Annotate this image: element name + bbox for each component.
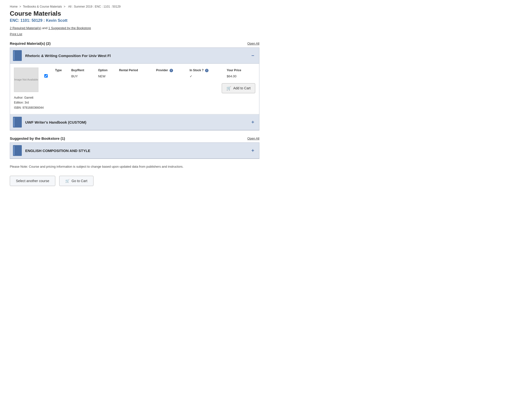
book-3-section: ENGLISH COMPOSITION AND STYLE + [10, 143, 259, 159]
suggested-materials-link[interactable]: 1 Suggested by the Bookstore [48, 26, 91, 30]
book-1-author: Author: Garrett [14, 95, 255, 100]
breadcrumb-sep2: > [64, 5, 65, 8]
book-1-isbn: ISBN: 9781680366044 [14, 105, 255, 110]
book-1-header[interactable]: Rhetoric & Writing Composition For Univ … [10, 48, 259, 64]
required-materials-link[interactable]: 2 Required Material(s) [10, 26, 41, 30]
provider-info-icon[interactable]: i [170, 69, 173, 72]
book-2-toggle: + [249, 119, 256, 125]
book-1-buy-rent: BUY [70, 73, 97, 79]
bottom-buttons: Select another course 🛒 Go to Cart [10, 176, 259, 186]
required-books-container: Rhetoric & Writing Composition For Univ … [10, 47, 259, 130]
col-provider: Provider i [155, 68, 189, 73]
note-text: Please Note: Course and pricing informat… [10, 165, 259, 168]
book-1-title: Rhetoric & Writing Composition For Univ … [25, 54, 247, 58]
book-3-title: ENGLISH COMPOSITION AND STYLE [25, 149, 247, 153]
book-1-icon [13, 50, 22, 61]
book-1-in-stock: ✓ [189, 73, 226, 79]
col-type: Type [54, 68, 70, 73]
and-text: and [42, 26, 48, 30]
breadcrumb-textbooks-link[interactable]: Textbooks & Course Materials [23, 5, 62, 8]
suggested-section-header: Suggested by the Bookstore (1) Open All [10, 136, 259, 140]
book-1-checkbox-cell [43, 73, 54, 79]
book-1-meta: Author: Garrett Edition: 3rd ISBN: 97816… [14, 95, 255, 110]
required-open-all-link[interactable]: Open All [247, 42, 259, 45]
book-1-info: Type Buy/Rent Option Rental Period Provi… [43, 68, 255, 93]
book-1-price: $64.00 [226, 73, 255, 79]
go-to-cart-label: Go to Cart [71, 179, 87, 183]
table-row: BUY NEW ✓ $64.00 [43, 73, 255, 79]
book-2-section: UWF Writer's Handbook (CUSTOM) + [10, 114, 259, 130]
book-1-checkbox[interactable] [44, 74, 48, 78]
book-1-image-text: Image Not Available [14, 78, 38, 82]
book-3-toggle: + [249, 148, 256, 153]
book-1-toggle: − [249, 53, 256, 59]
print-list-link[interactable]: Print List [10, 32, 22, 36]
in-stock-info-icon[interactable]: i [205, 69, 208, 72]
book-2-header[interactable]: UWF Writer's Handbook (CUSTOM) + [10, 114, 259, 130]
select-another-course-button[interactable]: Select another course [10, 176, 55, 186]
book-2-icon [13, 117, 22, 128]
course-subtitle: ENC: 1101: 50129 : Kevin Scott [10, 18, 259, 23]
add-to-cart-button[interactable]: 🛒 Add to Cart [222, 83, 255, 93]
book-1-table: Type Buy/Rent Option Rental Period Provi… [43, 68, 255, 79]
book-1-image: Image Not Available [14, 68, 38, 92]
book-1-option: NEW [97, 73, 118, 79]
book-1-edition: Edition: 3rd [14, 100, 255, 105]
book-1-type [54, 73, 70, 79]
add-to-cart-label: Add to Cart [233, 86, 251, 90]
go-to-cart-button[interactable]: 🛒 Go to Cart [59, 176, 93, 186]
breadcrumb-sep1: > [19, 5, 21, 8]
materials-summary-links: 2 Required Material(s) and 1 Suggested b… [10, 26, 259, 30]
book-1-rental-period [118, 73, 155, 79]
book-2-title: UWF Writer's Handbook (CUSTOM) [25, 120, 247, 124]
book-1-provider [155, 73, 189, 79]
page-title: Course Materials [10, 10, 259, 17]
breadcrumb-trail: All : Summer 2019 : ENC : 1101 : 50129 [68, 5, 121, 8]
add-to-cart-cart-icon: 🛒 [226, 86, 231, 91]
required-section-header: Required Material(s) (2) Open All [10, 41, 259, 46]
col-option: Option [97, 68, 118, 73]
go-to-cart-icon: 🛒 [65, 179, 69, 183]
breadcrumb-home-link[interactable]: Home [10, 5, 18, 8]
book-1-detail-inner: Image Not Available Type Buy/Rent Option… [14, 68, 255, 93]
suggested-open-all-link[interactable]: Open All [247, 137, 259, 140]
col-rental-period: Rental Period [118, 68, 155, 73]
book-3-header[interactable]: ENGLISH COMPOSITION AND STYLE + [10, 143, 259, 159]
col-in-stock: In Stock ? i [189, 68, 226, 73]
col-buy-rent: Buy/Rent [70, 68, 97, 73]
required-section-title: Required Material(s) (2) [10, 41, 51, 46]
book-1-section: Rhetoric & Writing Composition For Univ … [10, 48, 259, 114]
suggested-section-title: Suggested by the Bookstore (1) [10, 136, 65, 140]
print-link-container: Print List [10, 32, 259, 36]
book-1-detail: Image Not Available Type Buy/Rent Option… [10, 64, 259, 114]
col-checkbox [43, 68, 54, 73]
breadcrumb: Home > Textbooks & Course Materials > Al… [10, 5, 259, 8]
book-3-icon [13, 145, 22, 156]
col-your-price: Your Price [226, 68, 255, 73]
suggested-books-container: ENGLISH COMPOSITION AND STYLE + [10, 142, 259, 159]
